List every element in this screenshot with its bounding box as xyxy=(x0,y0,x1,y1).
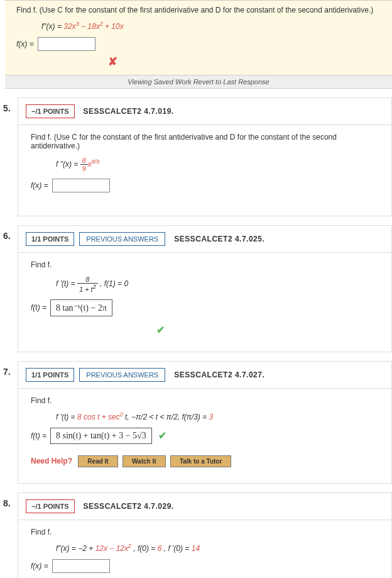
question-header: 1/1 POINTS PREVIOUS ANSWERS SESSCALCET2 … xyxy=(18,362,391,388)
incorrect-icon: ✘ xyxy=(108,55,117,68)
answer-input[interactable]: 8 tan⁻¹(t) − 2π xyxy=(50,299,112,316)
question-7: 7. 1/1 POINTS PREVIOUS ANSWERS SESSCALCE… xyxy=(18,361,392,484)
answer-row: f(x) = xyxy=(31,179,379,192)
formula: f "(x) = 8 9 x8/9 xyxy=(56,157,379,172)
prompt: Find f. (Use C for the constant of the f… xyxy=(31,133,379,150)
answer-input[interactable] xyxy=(38,37,95,51)
problem-code: SESSCALCET2 4.7.025. xyxy=(174,235,264,243)
answer-row: f(t) = 8 sin(t) + tan(t) + 3 − 5√3 ✔ xyxy=(31,428,379,444)
previous-answers-button[interactable]: PREVIOUS ANSWERS xyxy=(79,232,165,246)
answer-row: f(x) = xyxy=(31,559,379,573)
answer-input[interactable]: 8 sin(t) + tan(t) + 3 − 5√3 xyxy=(50,428,152,444)
answer-label: f(x) = xyxy=(31,181,48,190)
question-4-partial: Find f. (Use C for the constant of the f… xyxy=(5,0,392,89)
question-number: 7. xyxy=(3,367,11,377)
answer-label: f(x) = xyxy=(16,40,34,48)
problem-code: SESSCALCET2 4.7.019. xyxy=(84,107,174,116)
points-box[interactable]: −/1 POINTS xyxy=(26,104,75,118)
points-box[interactable]: 1/1 POINTS xyxy=(26,368,74,382)
question-number: 8. xyxy=(3,498,11,508)
answer-label: f(t) = xyxy=(31,431,46,440)
question-body: Find f. f '(t) = 8 cos t + sec2 t, −π/2 … xyxy=(18,388,391,483)
answer-input[interactable] xyxy=(52,559,110,573)
formula: f"(x) = 32x3 − 18x2 + 10x xyxy=(41,21,381,31)
prompt: Find f. xyxy=(31,528,379,536)
question-header: −/1 POINTS SESSCALCET2 4.7.019. xyxy=(18,98,391,125)
points-box[interactable]: 1/1 POINTS xyxy=(26,232,74,246)
read-it-button[interactable]: Read It xyxy=(78,455,117,467)
talk-to-tutor-button[interactable]: Talk to a Tutor xyxy=(170,455,231,467)
question-number: 6. xyxy=(3,231,11,241)
previous-answers-button[interactable]: PREVIOUS ANSWERS xyxy=(79,368,165,382)
answer-input[interactable] xyxy=(52,179,110,192)
formula: f '(t) = 8 cos t + sec2 t, −π/2 < t < π/… xyxy=(56,411,379,421)
need-help-label: Need Help? xyxy=(31,457,72,465)
correct-icon: ✔ xyxy=(156,325,165,335)
answer-label: f(x) = xyxy=(31,562,48,570)
need-help-row: Need Help? Read It Watch It Talk to a Tu… xyxy=(31,455,379,467)
watch-it-button[interactable]: Watch It xyxy=(122,455,166,467)
question-body: Find f. f '(t) = 8 1 + t2 , f(1) = 0 f(t… xyxy=(18,252,391,352)
problem-code: SESSCALCET2 4.7.027. xyxy=(174,370,264,379)
question-body: Find f. f"(x) = −2 + 12x − 12x2 , f(0) =… xyxy=(18,520,391,578)
answer-label: f(t) = xyxy=(31,303,46,312)
viewing-saved-work[interactable]: Viewing Saved Work Revert to Last Respon… xyxy=(5,75,392,88)
problem-code: SESSCALCET2 4.7.029. xyxy=(84,502,174,511)
question-body: Find f. (Use C for the constant of the f… xyxy=(18,125,391,216)
prompt-text: Find f. (Use C for the constant of the f… xyxy=(16,6,373,14)
question-8: 8. −/1 POINTS SESSCALCET2 4.7.029. Find … xyxy=(18,492,392,578)
prompt: Find f. xyxy=(31,396,379,405)
formula: f"(x) = −2 + 12x − 12x2 , f(0) = 6 , f '… xyxy=(56,543,379,553)
prompt: Find f. xyxy=(31,260,379,269)
correct-icon: ✔ xyxy=(158,430,166,442)
question-header: −/1 POINTS SESSCALCET2 4.7.029. xyxy=(18,493,391,520)
question-header: 1/1 POINTS PREVIOUS ANSWERS SESSCALCET2 … xyxy=(18,226,391,252)
question-6: 6. 1/1 POINTS PREVIOUS ANSWERS SESSCALCE… xyxy=(18,225,392,352)
answer-row: f(x) = xyxy=(16,37,381,51)
answer-row: f(t) = 8 tan⁻¹(t) − 2π xyxy=(31,299,379,316)
formula: f '(t) = 8 1 + t2 , f(1) = 0 xyxy=(56,275,379,293)
question-number: 5. xyxy=(3,103,11,113)
question-5: 5. −/1 POINTS SESSCALCET2 4.7.019. Find … xyxy=(18,97,392,216)
prompt: Find f. (Use C for the constant of the f… xyxy=(16,6,381,14)
points-box[interactable]: −/1 POINTS xyxy=(26,499,75,513)
